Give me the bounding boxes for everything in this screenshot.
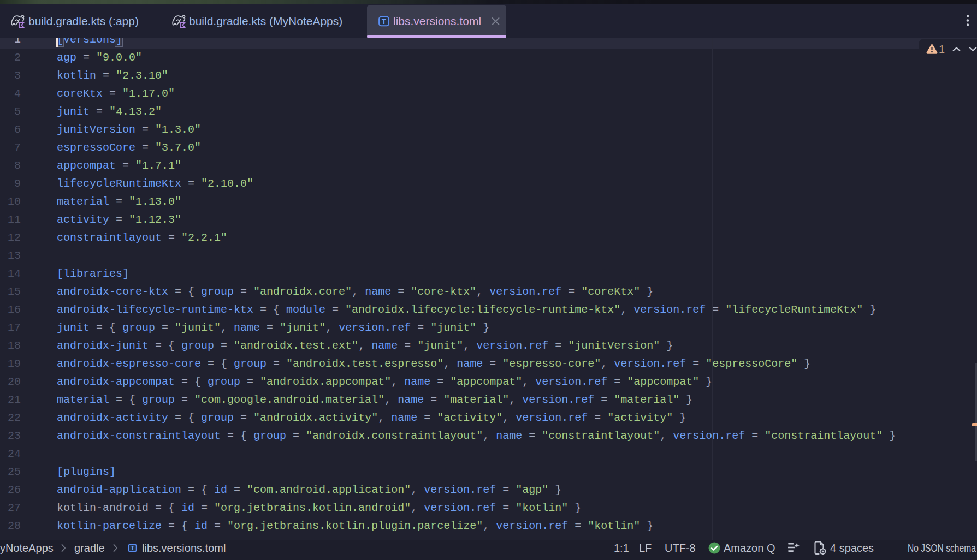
svg-text:T: T: [131, 545, 134, 551]
svg-text:T: T: [382, 17, 386, 25]
